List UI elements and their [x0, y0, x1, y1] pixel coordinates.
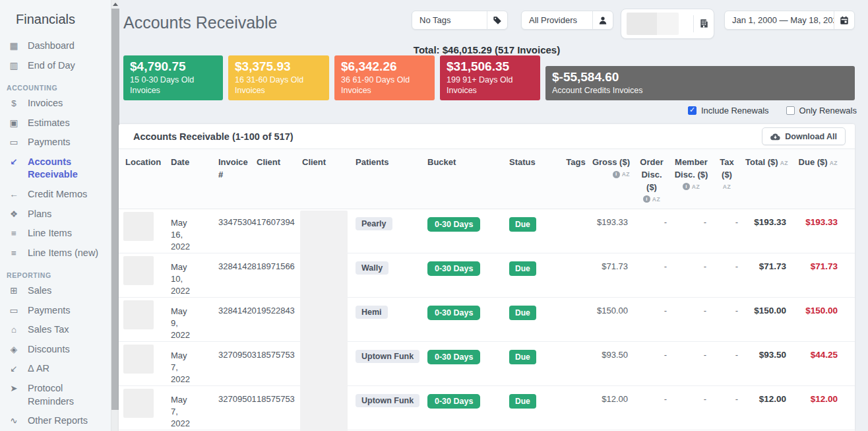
only-renewals-checkbox[interactable]: Only Renewals: [786, 106, 857, 116]
col-due-sortable[interactable]: Due ($)AZ: [790, 156, 846, 203]
patient-pill[interactable]: Hemi: [356, 306, 388, 319]
bucket-badge: 0-30 Days: [427, 394, 480, 409]
table-body: May 16, 2022 33475304 17607394 Pearly 0-…: [119, 209, 855, 430]
col-order-disc-sortable[interactable]: Order Disc. ($) iAZ: [632, 156, 671, 203]
sidebar-item-label: Accounts Receivable: [28, 156, 107, 182]
download-all-button[interactable]: Download All: [762, 127, 846, 145]
patient-pill[interactable]: Wally: [356, 261, 388, 275]
discount-tag-icon: ◈: [7, 343, 21, 356]
sidebar-item-label: Other Reports: [28, 414, 88, 428]
sidebar-item-line-items-new[interactable]: ≡Line Items (new): [0, 244, 111, 263]
download-all-label: Download All: [785, 132, 837, 141]
table-row[interactable]: May 7, 2022 32709503 18575753 Uptown Fun…: [119, 342, 855, 386]
sort-az-icon: AZ: [780, 159, 788, 167]
sidebar-item-estimates[interactable]: ▣Estimates: [0, 114, 111, 133]
sidebar-item-label: Line Items: [28, 227, 72, 240]
redacted-location: [123, 389, 154, 418]
col-member-disc-sortable[interactable]: Member Disc. ($) iAZ: [671, 156, 711, 203]
col-tax-sortable[interactable]: Tax ($) AZ: [711, 156, 743, 203]
table-row[interactable]: May 10, 2022 32841428 18971566 Wally 0-3…: [119, 253, 855, 298]
sidebar-item-label: Plans: [28, 208, 51, 221]
sidebar-item-credit-memos[interactable]: ←Credit Memos: [0, 185, 111, 205]
card-31-60-days[interactable]: $3,375.93 16 31-60 Days Old Invoices: [228, 55, 329, 100]
sidebar-item-end-of-day[interactable]: ▥End of Day: [0, 56, 111, 76]
redacted-client-name: [300, 387, 348, 431]
sidebar-item-payments[interactable]: ▭Payments: [0, 301, 111, 321]
col-location: Location: [123, 156, 166, 203]
sales-grid-icon: ⊞: [7, 284, 21, 297]
sort-az-icon: AZ: [723, 183, 731, 191]
date-range-value: Jan 1, 2000 — May 18, 2022: [725, 15, 834, 25]
col-patients: Patients: [354, 156, 425, 203]
col-total-sortable[interactable]: Total ($)AZ: [743, 156, 790, 203]
bank-icon: ⌂: [7, 323, 21, 336]
table-row[interactable]: May 16, 2022 33475304 17607394 Pearly 0-…: [119, 209, 855, 253]
card-label: Account Credits Invoices: [552, 85, 848, 96]
card-amount: $31,506.35: [447, 59, 534, 75]
sidebar-item-dashboard[interactable]: ▦Dashboard: [0, 36, 111, 56]
sidebar-item-label: End of Day: [28, 59, 75, 73]
sort-az-icon: AZ: [692, 183, 700, 191]
cell-client-id[interactable]: 18575753: [254, 386, 300, 431]
sidebar-item-sales[interactable]: ⊞Sales: [0, 281, 111, 301]
cell-invoice-number[interactable]: 32709501: [212, 386, 254, 431]
include-renewals-checkbox[interactable]: Include Renewals: [688, 106, 769, 116]
cell-client-name: [300, 386, 354, 431]
sidebar-item-sales-tax[interactable]: ⌂Sales Tax: [0, 320, 111, 340]
arrow-down-left-icon: ↙: [7, 156, 21, 168]
aging-summary-cards: $4,790.75 15 0-30 Days Old Invoices $3,3…: [123, 63, 855, 100]
sidebar-item-label: Protocol Reminders: [28, 382, 107, 408]
sort-az-icon: AZ: [622, 170, 630, 178]
sidebar-item-other-reports[interactable]: ∿Other Reports: [0, 411, 111, 431]
dashboard-icon: ▦: [7, 40, 21, 52]
patient-pill[interactable]: Pearly: [356, 217, 392, 230]
cell-gross: $12.00: [589, 386, 632, 431]
providers-filter[interactable]: All Providers: [521, 11, 613, 30]
estimate-document-icon: ▣: [7, 117, 21, 129]
sidebar-item-accounts-receivable[interactable]: ↙Accounts Receivable: [0, 152, 111, 185]
credit-card-icon: ▭: [7, 136, 21, 149]
bucket-badge: 0-30 Days: [427, 261, 480, 276]
bucket-badge: 0-30 Days: [427, 217, 480, 232]
info-icon: i: [643, 195, 650, 203]
patient-pill[interactable]: Uptown Funk: [356, 394, 419, 407]
table-row[interactable]: May 9, 2022 32841420 19522843 Hemi 0-30 …: [119, 298, 855, 342]
cell-tax: -: [711, 386, 743, 431]
card-0-30-days[interactable]: $4,790.75 15 0-30 Days Old Invoices: [123, 55, 223, 100]
card-91-plus-days[interactable]: $31,506.35 199 91+ Days Old Invoices: [440, 55, 540, 100]
info-icon: i: [683, 183, 690, 190]
status-badge: Due: [509, 217, 536, 232]
info-icon: i: [613, 171, 620, 178]
col-gross-sortable[interactable]: Gross ($) iAZ: [589, 156, 632, 203]
user-icon: [592, 11, 613, 29]
calendar-icon: [834, 11, 854, 29]
patient-pill[interactable]: Uptown Funk: [356, 350, 419, 363]
sidebar-item-label: Dashboard: [28, 40, 75, 53]
date-range-filter[interactable]: Jan 1, 2000 — May 18, 2022: [724, 11, 855, 30]
card-61-90-days[interactable]: $6,342.26 36 61-90 Days Old Invoices: [334, 55, 435, 100]
location-filter[interactable]: [621, 9, 714, 39]
list-icon: ≡: [7, 227, 21, 240]
card-account-credits[interactable]: $-55,584.60 Account Credits Invoices: [545, 66, 855, 100]
sidebar-item-protocol-reminders[interactable]: ➤Protocol Reminders: [0, 379, 111, 411]
sidebar-item-label: Sales Tax: [28, 323, 69, 337]
redacted-location-value: [627, 13, 679, 35]
sidebar-item-line-items[interactable]: ≡Line Items: [0, 224, 111, 244]
col-status: Status: [507, 156, 563, 203]
col-date: Date: [166, 156, 212, 203]
col-client-2: Client: [300, 156, 354, 203]
status-badge: Due: [509, 350, 536, 364]
sidebar-item-invoices[interactable]: $Invoices: [0, 94, 111, 114]
tags-filter[interactable]: No Tags: [412, 11, 508, 30]
only-renewals-label: Only Renewals: [799, 106, 857, 116]
sidebar-item-payments[interactable]: ▭Payments: [0, 133, 111, 152]
sidebar-item-ar[interactable]: ↙Δ AR: [0, 359, 111, 379]
sidebar-item-discounts[interactable]: ◈Discounts: [0, 340, 111, 360]
table-row[interactable]: May 7, 2022 32709501 18575753 Uptown Fun…: [119, 386, 855, 430]
sidebar: Financials ▦Dashboard▥End of DayACCOUNTI…: [0, 0, 111, 431]
main-content: Accounts Receivable No Tags All Provider…: [119, 0, 868, 431]
send-icon: ➤: [7, 382, 21, 395]
sidebar-item-label: Invoices: [28, 97, 63, 110]
up-arrow-icon: [113, 3, 118, 6]
sidebar-item-plans[interactable]: ❖Plans: [0, 205, 111, 224]
